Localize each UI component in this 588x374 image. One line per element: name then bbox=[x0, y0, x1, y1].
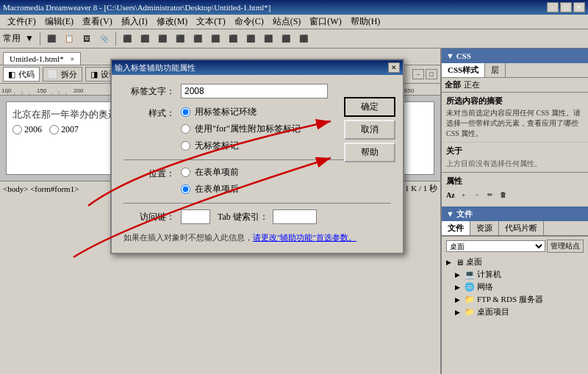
pos-radio-1[interactable] bbox=[181, 184, 190, 194]
access-label: 访问键： bbox=[123, 211, 175, 223]
help-link[interactable]: 请更改"辅助功能"首选参数。 bbox=[253, 233, 356, 242]
style-radio-0[interactable] bbox=[181, 107, 190, 117]
modal-divider2 bbox=[123, 203, 391, 204]
style-options: 用标签标记环绕 使用"for"属性附加标签标记 无标签标记 bbox=[181, 106, 301, 152]
style-label-2: 无标签标记 bbox=[195, 140, 239, 152]
modal-close-btn[interactable]: ✕ bbox=[388, 62, 400, 73]
position-label: 位置： bbox=[123, 168, 175, 180]
modal-body: 确定 取消 帮助 标签文字： 样式： 用标签标记环绕 bbox=[112, 75, 403, 253]
access-input[interactable] bbox=[181, 209, 210, 224]
modal-dialog: 输入标签辅助功能属性 ✕ 确定 取消 帮助 标签文字： 样式： bbox=[110, 59, 404, 254]
modal-help-text: 如果在插入对象时不想输入此信息，请更改"辅助功能"首选参数。 bbox=[123, 231, 391, 244]
modal-access-row: 访问键： Tab 键索引： bbox=[123, 209, 391, 224]
pos-opt-1[interactable]: 在表单项后 bbox=[181, 183, 239, 195]
ok-button[interactable]: 确定 bbox=[344, 97, 395, 117]
style-radio-1[interactable] bbox=[181, 124, 190, 134]
help-button[interactable]: 帮助 bbox=[344, 143, 395, 162]
modal-buttons: 确定 取消 帮助 bbox=[344, 97, 395, 162]
style-opt-0[interactable]: 用标签标记环绕 bbox=[181, 106, 301, 118]
tab-index-input[interactable] bbox=[273, 209, 317, 224]
label-input[interactable] bbox=[181, 84, 328, 98]
style-label: 样式： bbox=[123, 107, 175, 120]
style-label-0: 用标签标记环绕 bbox=[195, 106, 257, 118]
pos-opt-0[interactable]: 在表单项前 bbox=[181, 166, 239, 179]
modal-position-row: 位置： 在表单项前 在表单项后 bbox=[123, 166, 391, 195]
label-text-label: 标签文字： bbox=[123, 85, 175, 98]
tab-index-label: Tab 键索引： bbox=[218, 211, 268, 223]
position-options: 在表单项前 在表单项后 bbox=[181, 166, 239, 195]
pos-label-1: 在表单项后 bbox=[195, 183, 239, 195]
style-label-1: 使用"for"属性附加标签标记 bbox=[195, 123, 301, 135]
cancel-button[interactable]: 取消 bbox=[344, 120, 395, 140]
style-radio-2[interactable] bbox=[181, 141, 190, 151]
pos-radio-0[interactable] bbox=[181, 168, 190, 177]
style-opt-2[interactable]: 无标签标记 bbox=[181, 140, 301, 152]
modal-title-text: 输入标签辅助功能属性 bbox=[115, 62, 196, 73]
style-opt-1[interactable]: 使用"for"属性附加标签标记 bbox=[181, 123, 301, 135]
modal-titlebar: 输入标签辅助功能属性 ✕ bbox=[112, 60, 403, 75]
pos-label-0: 在表单项前 bbox=[195, 166, 239, 179]
modal-label-row: 标签文字： bbox=[123, 84, 391, 98]
modal-overlay: 输入标签辅助功能属性 ✕ 确定 取消 帮助 标签文字： 样式： bbox=[0, 0, 588, 374]
